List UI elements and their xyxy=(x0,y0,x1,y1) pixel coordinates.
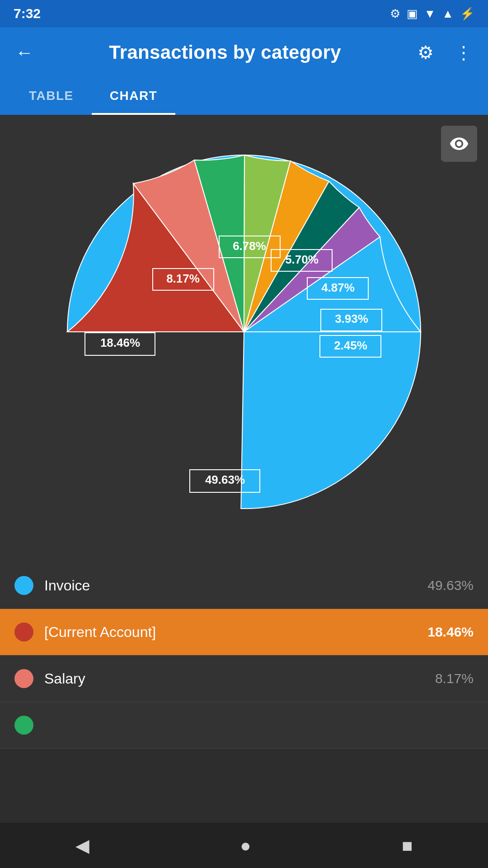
legend-value-salary: 8.17% xyxy=(435,671,474,686)
legend-item-current-account[interactable]: [Current Account] 18.46% xyxy=(0,609,488,656)
more-button[interactable]: ⋮ xyxy=(450,42,477,63)
nav-recent-button[interactable]: ■ xyxy=(402,835,413,856)
wifi-icon: ▼ xyxy=(424,7,436,21)
legend-item-more[interactable] xyxy=(0,702,488,749)
svg-text:49.63%: 49.63% xyxy=(205,473,245,486)
legend-label-salary: Salary xyxy=(44,670,435,687)
signal-icon: ▲ xyxy=(442,7,454,21)
legend-label-invoice: Invoice xyxy=(44,577,427,594)
status-time: 7:32 xyxy=(14,6,41,21)
sim-icon: ▣ xyxy=(407,7,418,21)
legend-label-current-account: [Current Account] xyxy=(44,624,427,641)
settings-button[interactable]: ⚙ xyxy=(412,42,439,63)
status-icons: ⚙ ▣ ▼ ▲ ⚡ xyxy=(390,7,474,21)
legend-dot-invoice xyxy=(14,576,33,595)
svg-text:8.17%: 8.17% xyxy=(166,272,200,285)
tab-chart[interactable]: CHART xyxy=(92,78,176,114)
svg-text:6.78%: 6.78% xyxy=(233,239,266,253)
app-bar: ← Transactions by category ⚙ ⋮ xyxy=(0,27,488,78)
pie-chart-svg: 18.46% 8.17% 6.78% 5.70% 4.87% 3.93% 2 xyxy=(41,128,447,535)
nav-home-button[interactable]: ● xyxy=(240,835,251,856)
legend-dot-more xyxy=(14,716,33,735)
legend: Invoice 49.63% [Current Account] 18.46% … xyxy=(0,562,488,749)
svg-text:2.45%: 2.45% xyxy=(334,339,367,352)
back-button[interactable]: ← xyxy=(11,42,38,63)
tab-table[interactable]: TABLE xyxy=(11,78,92,114)
bottom-nav: ◀ ● ■ xyxy=(0,823,488,868)
battery-icon: ⚡ xyxy=(460,7,474,21)
eye-button[interactable] xyxy=(441,126,477,162)
legend-item-invoice[interactable]: Invoice 49.63% xyxy=(0,562,488,609)
chart-area: 18.46% 8.17% 6.78% 5.70% 4.87% 3.93% 2 xyxy=(0,115,488,562)
settings-status-icon: ⚙ xyxy=(390,7,400,21)
svg-text:5.70%: 5.70% xyxy=(285,253,319,266)
legend-value-invoice: 49.63% xyxy=(427,578,474,593)
status-bar: 7:32 ⚙ ▣ ▼ ▲ ⚡ xyxy=(0,0,488,27)
svg-text:3.93%: 3.93% xyxy=(335,312,368,326)
legend-value-current-account: 18.46% xyxy=(427,624,474,640)
pie-chart: 18.46% 8.17% 6.78% 5.70% 4.87% 3.93% 2 xyxy=(41,128,447,535)
svg-text:18.46%: 18.46% xyxy=(100,336,140,349)
legend-dot-current-account xyxy=(14,623,33,642)
legend-dot-salary xyxy=(14,669,33,688)
svg-text:4.87%: 4.87% xyxy=(321,281,355,294)
nav-back-button[interactable]: ◀ xyxy=(75,835,89,856)
tabs-bar: TABLE CHART xyxy=(0,78,488,115)
legend-item-salary[interactable]: Salary 8.17% xyxy=(0,656,488,702)
page-title: Transactions by category xyxy=(49,42,401,63)
